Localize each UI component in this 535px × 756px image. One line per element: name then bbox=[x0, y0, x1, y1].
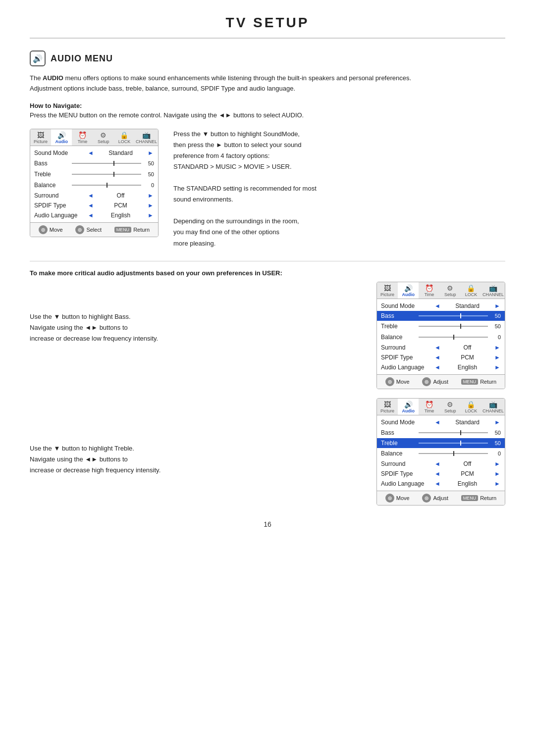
tab-channel-3[interactable]: 📺 CHANNEL bbox=[482, 399, 505, 415]
row-treble-2[interactable]: Treble 50 bbox=[377, 321, 505, 332]
row-balance-2[interactable]: Balance 0 bbox=[377, 332, 505, 343]
tab-time-2[interactable]: ⏰ Time bbox=[419, 282, 439, 299]
tab-setup-3[interactable]: ⚙ Setup bbox=[440, 399, 461, 415]
tab-lock-3[interactable]: 🔒 LOCK bbox=[461, 399, 482, 415]
page-title: TV SETUP bbox=[30, 15, 505, 39]
intro-text: The AUDIO menu offers options to make so… bbox=[30, 73, 505, 94]
row-balance-3[interactable]: Balance 0 bbox=[377, 448, 505, 459]
tab-lock-1[interactable]: 🔒 LOCK bbox=[114, 129, 135, 146]
tab-time-3[interactable]: ⏰ Time bbox=[419, 399, 439, 415]
row-audiolang-3[interactable]: Audio Language ◄ English ► bbox=[377, 479, 505, 489]
tab-picture-2[interactable]: 🖼 Picture bbox=[377, 282, 398, 299]
nav-heading: How to Navigate: bbox=[30, 102, 505, 109]
tab-setup-2[interactable]: ⚙ Setup bbox=[440, 282, 461, 299]
tab-picture-1[interactable]: 🖼 Picture bbox=[30, 129, 51, 146]
menu-box-3: 🖼 Picture 🔊 Audio ⏰ Time ⚙ Setup 🔒 bbox=[376, 398, 505, 505]
tab-channel-1[interactable]: 📺 CHANNEL bbox=[135, 129, 158, 146]
row-audiolang-1[interactable]: Audio Language ◄ English ► bbox=[30, 210, 158, 220]
footer-move-3: ◎ Move bbox=[385, 494, 410, 503]
row-spdif-1[interactable]: SPDIF Type ◄ PCM ► bbox=[30, 201, 158, 210]
row-treble-3[interactable]: Treble 50 bbox=[377, 438, 505, 448]
row-bass-1[interactable]: Bass 50 bbox=[30, 158, 158, 169]
tab-setup-1[interactable]: ⚙ Setup bbox=[93, 129, 114, 146]
footer-move-2: ◎ Move bbox=[385, 377, 410, 386]
footer-return-1: MENU Return bbox=[114, 225, 150, 234]
sub-heading: To make more critical audio adjustments … bbox=[30, 269, 505, 277]
desc-treble: Use the ▼ button to highlight Treble. Na… bbox=[30, 443, 362, 476]
menu-box-2: 🖼 Picture 🔊 Audio ⏰ Time ⚙ Setup 🔒 bbox=[376, 282, 505, 389]
desc-bass: Use the ▼ button to highlight Bass. Navi… bbox=[30, 311, 362, 344]
row-balance-1[interactable]: Balance 0 bbox=[30, 180, 158, 191]
row-surround-3[interactable]: Surround ◄ Off ► bbox=[377, 459, 505, 469]
tab-time-1[interactable]: ⏰ Time bbox=[72, 129, 93, 146]
tab-picture-3[interactable]: 🖼 Picture bbox=[377, 399, 398, 415]
tab-audio-3[interactable]: 🔊 Audio bbox=[398, 399, 419, 415]
footer-select-1: ◎ Select bbox=[75, 225, 102, 234]
section-title: AUDIO MENU bbox=[51, 53, 113, 64]
footer-adjust-3: ◎ Adjust bbox=[422, 494, 448, 503]
row-surround-1[interactable]: Surround ◄ Off ► bbox=[30, 191, 158, 201]
description-1: Press the ▼ button to highlight SoundMod… bbox=[173, 129, 505, 249]
page-number: 16 bbox=[30, 520, 505, 528]
row-soundmode-2[interactable]: Sound Mode ◄ Standard ► bbox=[377, 301, 505, 311]
tab-audio-1[interactable]: 🔊 Audio bbox=[51, 129, 72, 146]
footer-move-1: ◎ Move bbox=[39, 225, 63, 234]
row-soundmode-3[interactable]: Sound Mode ◄ Standard ► bbox=[377, 417, 505, 427]
footer-return-3: MENU Return bbox=[461, 494, 497, 503]
footer-return-2: MENU Return bbox=[461, 377, 497, 386]
row-audiolang-2[interactable]: Audio Language ◄ English ► bbox=[377, 362, 505, 372]
tab-lock-2[interactable]: 🔒 LOCK bbox=[461, 282, 482, 299]
row-spdif-3[interactable]: SPDIF Type ◄ PCM ► bbox=[377, 469, 505, 479]
row-bass-2[interactable]: Bass 50 bbox=[377, 311, 505, 321]
tab-channel-2[interactable]: 📺 CHANNEL bbox=[482, 282, 505, 299]
footer-adjust-2: ◎ Adjust bbox=[422, 377, 448, 386]
section-icon: 🔊 bbox=[30, 50, 46, 66]
row-spdif-2[interactable]: SPDIF Type ◄ PCM ► bbox=[377, 353, 505, 362]
menu-box-1: 🖼 Picture 🔊 Audio ⏰ Time ⚙ Setup 🔒 LOCK … bbox=[30, 129, 159, 237]
nav-instruction: Press the MENU button on the remote cont… bbox=[30, 111, 505, 119]
row-soundmode-1[interactable]: Sound Mode ◄ Standard ► bbox=[30, 148, 158, 158]
row-treble-1[interactable]: Treble 50 bbox=[30, 169, 158, 180]
row-bass-3[interactable]: Bass 50 bbox=[377, 427, 505, 438]
row-surround-2[interactable]: Surround ◄ Off ► bbox=[377, 343, 505, 353]
tab-audio-2[interactable]: 🔊 Audio bbox=[398, 282, 419, 299]
